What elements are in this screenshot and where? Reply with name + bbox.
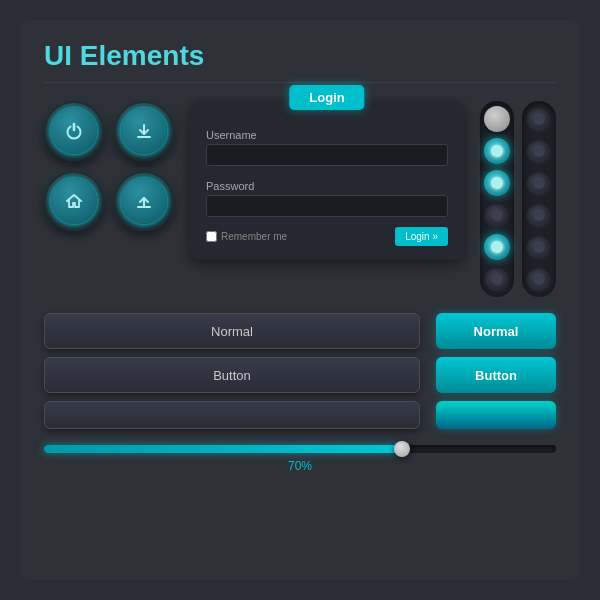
login-card: Login Username Password Remember me Logi… xyxy=(190,101,464,260)
toggle-3[interactable] xyxy=(484,202,510,228)
toggle-dot-4 xyxy=(491,241,503,253)
toggle-r-4[interactable] xyxy=(526,202,552,228)
divider xyxy=(44,82,556,83)
toggle-dot-r-4 xyxy=(533,209,545,221)
empty-flat-bar xyxy=(44,401,420,429)
remember-me-label[interactable]: Remember me xyxy=(206,231,287,242)
teal-buttons-group: Normal Button xyxy=(436,313,556,429)
circular-buttons-group xyxy=(44,101,174,297)
toggle-dot-r-5 xyxy=(533,241,545,253)
toggle-column-left xyxy=(480,101,514,297)
toggle-dot-1 xyxy=(491,145,503,157)
progress-fill xyxy=(44,445,402,453)
upload-button[interactable] xyxy=(114,171,174,231)
toggle-dot-5 xyxy=(491,273,503,285)
toggle-column-right xyxy=(522,101,556,297)
progress-label: 70% xyxy=(44,459,556,473)
toggle-5[interactable] xyxy=(484,266,510,292)
password-label: Password xyxy=(206,180,448,192)
power-button[interactable] xyxy=(44,101,104,161)
toggle-dot-r-6 xyxy=(533,273,545,285)
username-input[interactable] xyxy=(206,144,448,166)
page-title: UI Elements xyxy=(44,40,556,72)
buttons-grid xyxy=(44,101,174,231)
login-tab-label: Login xyxy=(289,85,364,110)
toggle-dot-2 xyxy=(491,177,503,189)
toggle-1[interactable] xyxy=(484,138,510,164)
download-button[interactable] xyxy=(114,101,174,161)
flat-buttons-group: Normal Button xyxy=(44,313,420,429)
toggle-r-6[interactable] xyxy=(526,266,552,292)
progress-track xyxy=(44,445,556,453)
login-section: Login Username Password Remember me Logi… xyxy=(190,101,464,297)
toggle-2[interactable] xyxy=(484,170,510,196)
bottom-buttons-area: Normal Button Normal Button xyxy=(44,313,556,429)
button-flat-button[interactable]: Button xyxy=(44,357,420,393)
toggle-r-3[interactable] xyxy=(526,170,552,196)
normal-flat-button[interactable]: Normal xyxy=(44,313,420,349)
toggle-dot-r-3 xyxy=(533,177,545,189)
small-teal-button[interactable] xyxy=(436,401,556,429)
toggle-r-5[interactable] xyxy=(526,234,552,260)
toggle-dot-r-2 xyxy=(533,145,545,157)
progress-thumb[interactable] xyxy=(394,441,410,457)
toggle-4[interactable] xyxy=(484,234,510,260)
button-teal-button[interactable]: Button xyxy=(436,357,556,393)
toggle-slider-top[interactable] xyxy=(484,106,510,132)
toggle-r-2[interactable] xyxy=(526,138,552,164)
progress-section: 70% xyxy=(44,445,556,473)
login-button[interactable]: Login » xyxy=(395,227,448,246)
main-container: UI Elements xyxy=(20,20,580,580)
username-label: Username xyxy=(206,129,448,141)
toggle-dot-3 xyxy=(491,209,503,221)
remember-checkbox[interactable] xyxy=(206,231,217,242)
toggle-dot-r-1 xyxy=(533,113,545,125)
password-input[interactable] xyxy=(206,195,448,217)
toggle-r-1[interactable] xyxy=(526,106,552,132)
toggles-section xyxy=(480,101,556,297)
home-button[interactable] xyxy=(44,171,104,231)
normal-teal-button[interactable]: Normal xyxy=(436,313,556,349)
